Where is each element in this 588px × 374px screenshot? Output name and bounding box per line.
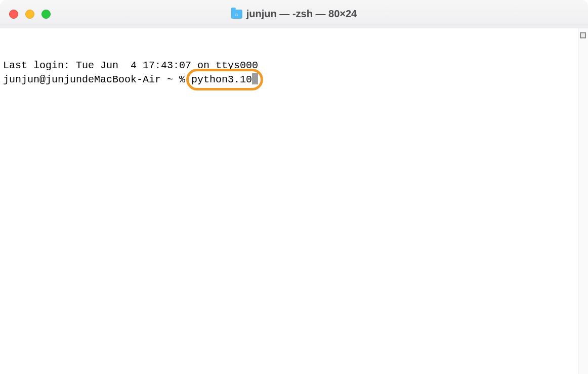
close-button[interactable] — [9, 10, 18, 19]
window-title-text: junjun — -zsh — 80×24 — [246, 8, 357, 20]
titlebar[interactable]: ⌂ junjun — -zsh — 80×24 — [0, 0, 588, 28]
terminal-viewport[interactable]: Last login: Tue Jun 4 17:43:07 on ttys00… — [0, 28, 588, 374]
text-cursor — [252, 73, 258, 84]
maximize-button[interactable] — [41, 10, 51, 19]
terminal-window: ⌂ junjun — -zsh — 80×24 Last login: Tue … — [0, 0, 588, 374]
folder-home-icon: ⌂ — [231, 10, 242, 19]
shell-prompt: junjun@junjundeMacBook-Air ~ % — [3, 74, 191, 85]
last-login-line: Last login: Tue Jun 4 17:43:07 on ttys00… — [3, 59, 585, 73]
window-title: ⌂ junjun — -zsh — 80×24 — [231, 8, 357, 20]
scroll-indicator-icon — [580, 32, 586, 38]
typed-command[interactable]: python3.10 — [191, 74, 252, 85]
scrollbar-track[interactable] — [578, 28, 588, 374]
prompt-line: junjun@junjundeMacBook-Air ~ % python3.1… — [3, 73, 585, 87]
minimize-button[interactable] — [25, 10, 34, 19]
window-controls — [9, 10, 51, 19]
scroll-indicator[interactable] — [579, 31, 587, 39]
